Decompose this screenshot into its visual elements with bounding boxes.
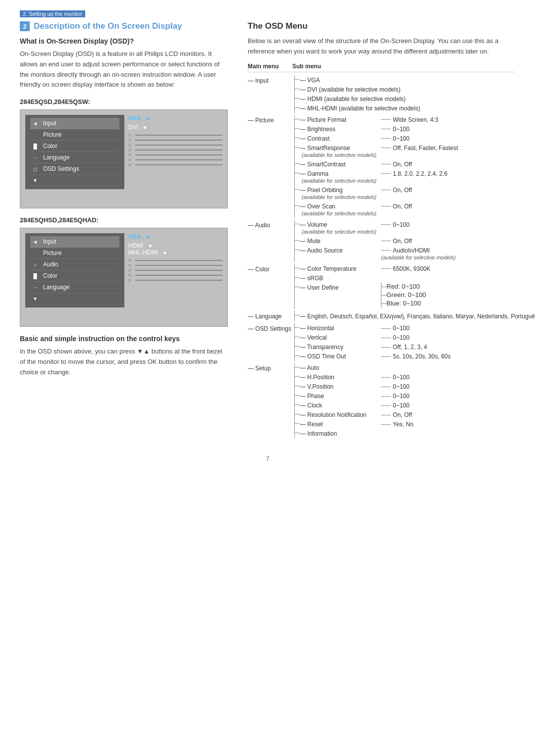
sub-languages: — English, Deutsch, Español, Ελληνική, F… [295,311,515,321]
dash-o3 [381,347,391,348]
down-arrow-icon2: ▼ [30,295,40,302]
sub-osd-timeout: — OSD Time Out 5s, 10s, 20s, 30s, 60s [295,352,515,360]
sub-transparency-label: — Transparency [300,342,379,351]
down-arrow-icon: ▼ [30,176,40,184]
model2-color-label: Color [43,272,57,279]
m2-bar5 [135,280,222,281]
model1-menu-color: ▐▌ Color [30,141,119,152]
sub-contrast: — Contrast 0~100 [295,134,515,142]
line2 [128,138,222,143]
model2-picture-label: Picture [43,250,61,256]
subsub-blue: Blue: 0~100 [381,300,426,307]
audio-icon: ♪ [30,260,40,268]
model2-label: 284E5QHSD,284E5QHAD: [20,216,228,224]
sub-smartcontrast-val: On, Off [379,159,412,168]
sub-mhl: — MHL-HDMI (available for selective mode… [295,103,515,112]
model1-menu-language: ··· Language [30,152,119,163]
sub-dvi: — DVI (available for selective models) [295,85,515,93]
sub-user-define-label: — User Define [300,283,379,291]
sub-auto-label: — Auto [300,363,379,371]
pixel-note: (available for selective models) [302,194,376,200]
m2-line3 [128,268,222,273]
model1-menu-down: ▼ [30,175,119,186]
sub-mhl-label: — MHL-HDMI (available for selective mode… [300,103,420,112]
sub-volume-label: — Volume(available for selective models) [300,220,379,235]
sub-horizontal: — Horizontal 0~100 [295,323,515,332]
control-keys-body: In the OSD shown above, you can press ▼▲… [20,347,228,377]
color-icon: ▐▌ [30,142,40,150]
sub-resolution-notification-label: — Resolution Notification [300,410,379,418]
bar1 [135,135,222,136]
sub-horizontal-label: — Horizontal [300,323,379,332]
sub-brightness-val: 0~100 [379,124,410,133]
sub-user-define: — User Define Red: 0~100 Green: 0~100 Bl… [295,283,515,308]
model1-osd-menu: ◄ Input Picture ▐▌ Color ··· Language [25,115,124,189]
model1-submenu: VGA ► DVI ● [128,115,222,189]
sub-overscan-val: On, Off [379,202,412,210]
sub-pixel-orbiting-val: On, Off [379,185,412,194]
user-define-subs: Red: 0~100 Green: 0~100 Blue: 0~100 [381,283,426,308]
model2-language-label: Language [43,284,69,291]
sub-pixel-orbiting: — Pixel Orbiting(available for selective… [295,185,515,201]
sub-vertical: — Vertical 0~100 [295,333,515,341]
sub-clock: — Clock 0~100 [295,401,515,409]
col-sub-header: Sub menu [292,63,376,70]
bar4 [135,150,222,151]
audio-subs: — Volume(available for selective models)… [294,220,515,262]
m2-dot3 [128,269,131,272]
model2-menu-picture: Picture [30,248,119,259]
m2-bar4 [135,275,222,276]
sub-reset-label: — Reset [300,419,379,428]
m2-bar2 [135,265,222,266]
model1-language-label: Language [43,154,69,161]
osd-menu-intro: Below is an overall view of the structur… [248,36,515,57]
main-setup-label: — Setup [248,363,292,372]
m2-line1 [128,258,222,263]
color-subs: — Color Temperature 6500K, 9300K — sRGB … [294,264,515,309]
osd-menu-title: The OSD Menu [248,21,515,31]
sub-pixel-orbiting-label: — Pixel Orbiting(available for selective… [300,185,379,201]
sub-phase-val: 0~100 [379,391,410,400]
m2-dot5 [128,279,131,282]
model2-submenu: VGA ► HDMI ● MHL-HDMI ● [128,233,222,307]
tree-row-color: — Color — Color Temperature 6500K, 9300K… [248,264,515,309]
sub-gamma: — Gamma(available for selective models) … [295,169,515,184]
dash-s4 [381,405,391,406]
dot-icon4 [128,149,131,151]
model1-input-label: Input [43,120,56,127]
smartresponse-note: (available for selective models) [302,152,376,158]
volume-note: (available for selective models) [302,229,376,235]
section-badge: 2. Setting up the monitor [20,10,85,17]
dash-v2 [381,241,391,241]
col-val-header [376,63,515,70]
page-number: 7 [20,455,515,462]
sub-reset-val: Yes, No [379,419,414,428]
sub-dvi-label: — DVI (available for selective models) [300,85,400,93]
language-subs: — English, Deutsch, Español, Ελληνική, F… [294,311,515,322]
tree-row-setup: — Setup — Auto — H.Position 0~100 — V.Po… [248,363,515,438]
bar2 [135,140,222,141]
bar7 [135,164,222,165]
picture-subs: — Picture Format Wide Screen, 4:3 — Brig… [294,115,515,218]
sub-languages-label: — English, Deutsch, Español, Ελληνική, F… [300,311,535,321]
dash-icon7 [381,190,391,190]
gamma-note: (available for selective models) [302,178,376,184]
sub-volume-val: 0~100 [379,220,410,228]
model1-lines [128,133,222,167]
sub-vertical-val: 0~100 [379,333,410,341]
sub-vga: — VGA [295,75,515,84]
tree-row-audio: — Audio — Volume(available for selective… [248,220,515,262]
dash-icon [381,119,391,120]
dash-o4 [381,356,391,357]
sub-color-temp-label: — Color Temperature [300,264,379,272]
m2-bar1 [135,260,222,261]
dash-s1 [381,377,391,378]
dash-icon4 [381,148,391,148]
sub-clock-val: 0~100 [379,401,410,409]
model1-osd-settings-label: OSD Settings [43,165,79,172]
sub-hposition: — H.Position 0~100 [295,372,515,381]
line6 [128,157,222,162]
model2-menu-color: ▐▌ Color [30,270,119,282]
sub-color-temp: — Color Temperature 6500K, 9300K [295,264,515,272]
dash-v1 [381,224,391,225]
